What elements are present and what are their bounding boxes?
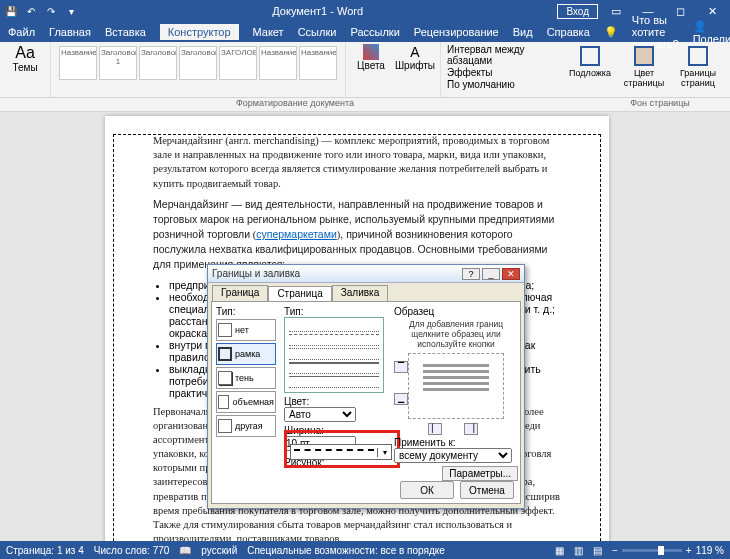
- style-thumb[interactable]: Название: [299, 46, 337, 80]
- dialog-help-icon[interactable]: ?: [462, 268, 480, 280]
- status-bar: Страница: 1 из 4 Число слов: 770 📖 русск…: [0, 541, 730, 559]
- tab-file[interactable]: Файл: [8, 26, 35, 38]
- watermark-label: Подложка: [569, 68, 611, 78]
- themes-icon: Aa: [15, 44, 35, 62]
- preview-box[interactable]: [408, 353, 504, 419]
- save-icon[interactable]: 💾: [4, 4, 18, 18]
- tab-layout[interactable]: Макет: [253, 26, 284, 38]
- tab-help[interactable]: Справка: [547, 26, 590, 38]
- setting-none[interactable]: нет: [216, 319, 276, 341]
- status-language[interactable]: русский: [201, 545, 237, 556]
- zoom-slider[interactable]: [622, 549, 682, 552]
- set-default-button[interactable]: По умолчанию: [447, 79, 552, 90]
- style-thumb[interactable]: Заголовок: [139, 46, 177, 80]
- edge-right-button[interactable]: ▕: [464, 423, 478, 435]
- zoom-out-icon[interactable]: −: [612, 545, 618, 556]
- tab-view[interactable]: Вид: [513, 26, 533, 38]
- close-icon[interactable]: ✕: [698, 2, 726, 20]
- caption-formatting: Форматирование документа: [0, 98, 590, 111]
- style-thumb[interactable]: Заголовок 1: [99, 46, 137, 80]
- redo-icon[interactable]: ↷: [44, 4, 58, 18]
- style-thumb[interactable]: Заголовок: [179, 46, 217, 80]
- effects-group: Интервал между абзацами Эффекты По умолч…: [441, 42, 558, 97]
- tab-home[interactable]: Главная: [49, 26, 91, 38]
- zoom-value[interactable]: 119 %: [696, 545, 724, 556]
- style-thumb[interactable]: Название: [259, 46, 297, 80]
- tab-page[interactable]: Страница: [268, 286, 331, 302]
- view-print-icon[interactable]: ▥: [574, 545, 583, 556]
- setting-label: рамка: [235, 349, 260, 359]
- qat-dropdown-icon[interactable]: ▾: [64, 4, 78, 18]
- tab-references[interactable]: Ссылки: [298, 26, 337, 38]
- colors-button[interactable]: Цвета: [352, 44, 390, 71]
- effects-button[interactable]: Эффекты: [447, 67, 552, 78]
- options-button[interactable]: Параметры...: [442, 466, 518, 481]
- ok-button[interactable]: ОК: [400, 481, 454, 499]
- status-accessibility[interactable]: Специальные возможности: все в порядке: [247, 545, 445, 556]
- document-formatting-group: Название Заголовок 1 Заголовок Заголовок…: [51, 42, 346, 97]
- share-button[interactable]: 👤 Поделиться: [693, 20, 730, 45]
- style-gallery[interactable]: Название Заголовок 1 Заголовок Заголовок…: [57, 44, 339, 82]
- ribbon-group-captions: Форматирование документа Фон страницы: [0, 98, 730, 112]
- setting-custom[interactable]: другая: [216, 415, 276, 437]
- zoom-in-icon[interactable]: +: [686, 545, 692, 556]
- preview-column: Образец Для добавления границ щелкните о…: [394, 306, 518, 481]
- status-page[interactable]: Страница: 1 из 4: [6, 545, 84, 556]
- style-thumb[interactable]: Название: [59, 46, 97, 80]
- apply-to-select[interactable]: всему документу: [394, 448, 512, 463]
- login-button[interactable]: Вход: [557, 4, 598, 19]
- quick-access-toolbar: 💾 ↶ ↷ ▾: [4, 4, 78, 18]
- edge-top-button[interactable]: ▔: [394, 361, 408, 373]
- tell-me-icon[interactable]: 💡: [604, 26, 618, 39]
- setting-shadow[interactable]: тень: [216, 367, 276, 389]
- cancel-button[interactable]: Отмена: [460, 481, 514, 499]
- dialog-close-icon[interactable]: ✕: [502, 268, 520, 280]
- ribbon-options-icon[interactable]: ▭: [602, 2, 630, 20]
- shadow-icon: [218, 371, 232, 385]
- setting-label: тень: [235, 373, 254, 383]
- undo-icon[interactable]: ↶: [24, 4, 38, 18]
- tab-design[interactable]: Конструктор: [160, 24, 239, 40]
- setting-label: объемная: [232, 397, 274, 407]
- apply-label: Применить к:: [394, 437, 518, 448]
- chevron-down-icon[interactable]: ▾: [377, 448, 391, 457]
- line-style-list[interactable]: [284, 317, 384, 393]
- tab-shading[interactable]: Заливка: [332, 285, 389, 301]
- page-color-button[interactable]: Цвет страницы: [620, 46, 668, 93]
- page-borders-icon: [688, 46, 708, 66]
- page-background-group: Подложка Цвет страницы Границы страниц: [558, 42, 730, 97]
- status-spellcheck-icon[interactable]: 📖: [179, 545, 191, 556]
- style-thumb[interactable]: ЗАГОЛОВОК: [219, 46, 257, 80]
- page-borders-button[interactable]: Границы страниц: [674, 46, 722, 93]
- borders-shading-dialog: Границы и заливка ? _ ✕ Граница Страница…: [207, 264, 525, 509]
- tab-insert[interactable]: Вставка: [105, 26, 146, 38]
- dialog-titlebar[interactable]: Границы и заливка ? _ ✕: [208, 265, 524, 283]
- status-word-count[interactable]: Число слов: 770: [94, 545, 170, 556]
- apply-to-field: Применить к: всему документу: [394, 437, 518, 463]
- page-color-label: Цвет страницы: [620, 68, 668, 88]
- art-dropdown[interactable]: ▾: [290, 444, 392, 460]
- watermark-icon: [580, 46, 600, 66]
- fonts-button[interactable]: AШрифты: [396, 44, 434, 71]
- dialog-minimize-icon[interactable]: _: [482, 268, 500, 280]
- paragraph: Мерчандайзинг — вид деятельности, направ…: [153, 197, 561, 273]
- themes-group: Aa Темы: [0, 42, 51, 97]
- colors-label: Цвета: [357, 60, 385, 71]
- edge-bottom-button[interactable]: ▁: [394, 393, 408, 405]
- style-label: Тип:: [284, 306, 388, 317]
- tab-border[interactable]: Граница: [212, 285, 268, 301]
- view-read-icon[interactable]: ▦: [555, 545, 564, 556]
- color-select[interactable]: Авто: [284, 407, 356, 422]
- paragraph-spacing-button[interactable]: Интервал между абзацами: [447, 44, 552, 66]
- view-web-icon[interactable]: ▤: [593, 545, 602, 556]
- tab-review[interactable]: Рецензирование: [414, 26, 499, 38]
- setting-3d[interactable]: объемная: [216, 391, 276, 413]
- watermark-button[interactable]: Подложка: [566, 46, 614, 93]
- zoom-thumb[interactable]: [658, 546, 664, 555]
- hyperlink[interactable]: супермаркетами: [256, 228, 337, 240]
- tab-mailings[interactable]: Рассылки: [350, 26, 399, 38]
- edge-left-button[interactable]: ▏: [428, 423, 442, 435]
- setting-box[interactable]: рамка: [216, 343, 276, 365]
- colors-fonts-group: Цвета AШрифты: [346, 42, 441, 97]
- themes-button[interactable]: Aa Темы: [6, 44, 44, 73]
